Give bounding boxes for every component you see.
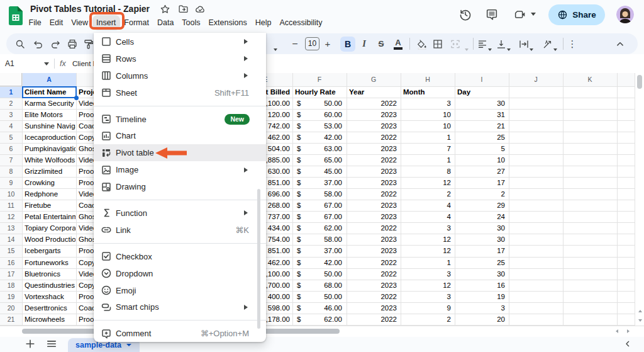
menubar-item-tools[interactable]: Tools: [178, 15, 204, 30]
cell-H20[interactable]: 9: [401, 302, 451, 314]
cell-A17[interactable]: Bluetronics: [25, 268, 75, 280]
cell-H11[interactable]: 4: [401, 200, 451, 211]
cell-G1[interactable]: Year: [349, 86, 400, 98]
cell-G15[interactable]: 2023: [347, 245, 397, 256]
user-avatar[interactable]: [616, 6, 634, 23]
cell-A13[interactable]: Topiary Corporation: [25, 222, 75, 234]
cell-G5[interactable]: 2022: [347, 132, 397, 143]
cell-H21[interactable]: 2: [401, 314, 451, 325]
cell-G11[interactable]: 2023: [347, 200, 397, 211]
move-folder-icon[interactable]: [178, 4, 189, 14]
borders-button[interactable]: [430, 37, 445, 52]
row-header-14[interactable]: 14: [0, 234, 22, 245]
font-size-input[interactable]: 10: [305, 37, 319, 50]
cell-H19[interactable]: 3: [401, 291, 451, 302]
cell-H9[interactable]: 12: [401, 177, 451, 188]
column-header-A[interactable]: A: [22, 73, 76, 86]
menubar-item-help[interactable]: Help: [251, 15, 275, 30]
menu-item-cells[interactable]: Cells: [94, 33, 266, 50]
cell-H7[interactable]: 1: [401, 154, 451, 166]
column-header-L[interactable]: [617, 73, 635, 86]
menu-item-emoji[interactable]: Emoji: [94, 282, 266, 299]
cell-H13[interactable]: 3: [401, 222, 451, 234]
cell-I14[interactable]: 30: [455, 234, 505, 245]
cell-I5[interactable]: 25: [455, 132, 505, 143]
menubar-item-data[interactable]: Data: [153, 15, 177, 30]
cell-I13[interactable]: 30: [455, 222, 505, 234]
bold-button[interactable]: B: [340, 37, 355, 52]
cell-I6[interactable]: 5: [455, 143, 505, 154]
row-header-11[interactable]: 11: [0, 200, 22, 211]
cell-A21[interactable]: Microwheels: [25, 314, 75, 325]
row-header-8[interactable]: 8: [0, 166, 22, 177]
cell-I20[interactable]: 3: [455, 302, 505, 314]
cell-F6[interactable]: 63.00$: [292, 143, 342, 154]
cell-I9[interactable]: 17: [455, 177, 505, 188]
decrease-font-size-button[interactable]: −: [287, 37, 303, 52]
collapse-toolbar-button[interactable]: [613, 37, 628, 52]
row-header-2[interactable]: 2: [0, 98, 22, 109]
cell-F5[interactable]: 42.00$: [292, 132, 342, 143]
cell-F10[interactable]: 58.00$: [292, 188, 342, 200]
text-rotation-caret[interactable]: [553, 42, 557, 54]
cell-A3[interactable]: Elite Motors: [25, 109, 75, 120]
menu-item-sheet[interactable]: SheetShift+F11: [94, 84, 266, 101]
menubar-item-file[interactable]: File: [25, 15, 45, 30]
cell-A7[interactable]: White Wolfoods: [25, 154, 75, 166]
scroll-left-arrow[interactable]: [616, 329, 618, 333]
cell-F21[interactable]: 62.00$: [292, 314, 342, 325]
row-header-4[interactable]: 4: [0, 120, 22, 132]
cell-A16[interactable]: Fortuneworks: [25, 257, 75, 268]
cell-H4[interactable]: 10: [401, 120, 451, 132]
cell-A4[interactable]: Sunshine Navigations: [25, 120, 75, 132]
cell-A20[interactable]: Deserttronics: [25, 302, 75, 314]
cell-F8[interactable]: 45.00$: [292, 166, 342, 177]
menubar-item-accessibility[interactable]: Accessibility: [275, 15, 326, 30]
menu-scrollbar-thumb[interactable]: [257, 189, 261, 329]
cell-H10[interactable]: 2: [401, 188, 451, 200]
cell-F16[interactable]: 42.00$: [292, 257, 342, 268]
cell-F18[interactable]: 68.00$: [292, 280, 342, 291]
share-button[interactable]: Share: [548, 4, 605, 25]
name-box-caret[interactable]: [44, 62, 49, 65]
cell-F11[interactable]: 67.00$: [292, 200, 342, 211]
scroll-down-arrow[interactable]: [638, 319, 642, 322]
cell-G9[interactable]: 2023: [347, 177, 397, 188]
cell-H8[interactable]: 8: [401, 166, 451, 177]
row-header-18[interactable]: 18: [0, 280, 22, 291]
cell-A8[interactable]: Grizzlimited: [25, 166, 75, 177]
menu-item-smart-chips[interactable]: Smart chips: [94, 298, 266, 315]
menu-item-comment[interactable]: Comment⌘+Option+M: [94, 325, 266, 342]
cell-G8[interactable]: 2023: [347, 166, 397, 177]
cell-G21[interactable]: 2022: [347, 314, 397, 325]
menubar-item-view[interactable]: View: [67, 15, 92, 30]
cell-H17[interactable]: 3: [401, 268, 451, 280]
cell-H3[interactable]: 10: [401, 109, 451, 120]
row-header-20[interactable]: 20: [0, 302, 22, 314]
cell-A2[interactable]: Karma Security: [25, 98, 75, 109]
vertical-scrollbar[interactable]: [635, 73, 644, 326]
cell-G6[interactable]: 2023: [347, 143, 397, 154]
column-header-K[interactable]: K: [563, 73, 617, 86]
merge-cells-caret[interactable]: [465, 42, 469, 54]
menubar-item-edit[interactable]: Edit: [45, 15, 67, 30]
menu-item-dropdown[interactable]: Dropdown: [94, 265, 266, 282]
column-header-H[interactable]: H: [401, 73, 455, 86]
cell-F3[interactable]: 60.00$: [292, 109, 342, 120]
strikethrough-button[interactable]: S: [374, 37, 389, 52]
cell-I1[interactable]: Day: [457, 86, 508, 98]
vertical-align-caret[interactable]: [507, 42, 511, 54]
cell-G7[interactable]: 2022: [347, 154, 397, 166]
scroll-up-arrow[interactable]: [638, 310, 642, 312]
undo-button[interactable]: [31, 37, 46, 52]
cell-A12[interactable]: Petal Entertainment: [25, 211, 75, 222]
cell-A14[interactable]: Wood Productions: [25, 234, 75, 245]
cell-H16[interactable]: 1: [401, 257, 451, 268]
scroll-right-arrow[interactable]: [627, 329, 630, 333]
cell-A19[interactable]: Vortexshack: [25, 291, 75, 302]
cell-H15[interactable]: 12: [401, 245, 451, 256]
more-toolbar-button[interactable]: ⋮: [565, 37, 580, 52]
cell-H5[interactable]: 1: [401, 132, 451, 143]
cell-H6[interactable]: 7: [401, 143, 451, 154]
cell-I12[interactable]: 24: [455, 211, 505, 222]
